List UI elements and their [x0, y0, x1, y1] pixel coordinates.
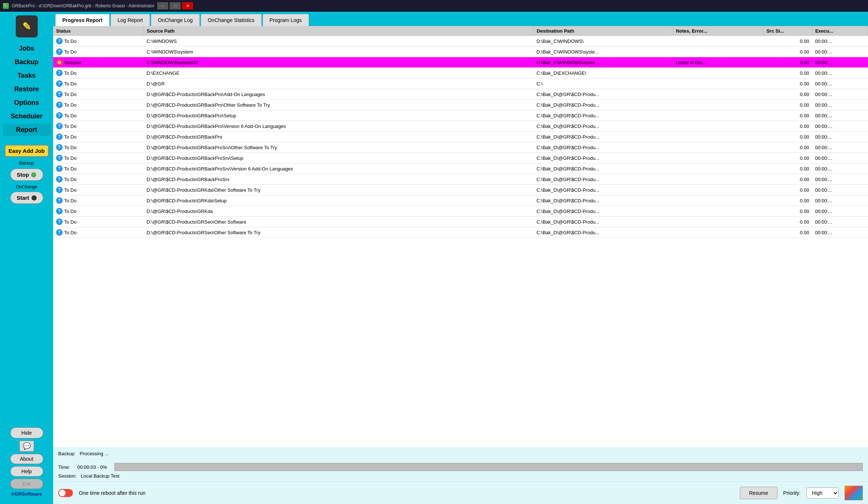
header-notes: Notes, Error...: [673, 26, 763, 36]
source-path: D:\@GR\$CD-Products\GRBackProSrv\Other S…: [144, 142, 533, 153]
execution-time: 00:00:...: [812, 78, 868, 89]
dest-path: D:\Bak_C\WINDOWS\syste...: [533, 57, 673, 68]
table-row: ?To DoD:\@GR\$CD-Products\GRBackPro\Setu…: [53, 110, 868, 121]
table-body: ?To DoC:\WINDOWSD:\Bak_C\WINDOWS\0.0000:…: [53, 36, 868, 239]
source-path: C:\WINDOWS\system32: [144, 57, 533, 68]
sidebar-item-scheduler[interactable]: Scheduler: [3, 110, 51, 122]
tab-log-report[interactable]: Log Report: [111, 14, 150, 26]
dest-path: C:\Bak_D\EXCHANGE\: [533, 68, 673, 78]
status-text: To Do: [64, 113, 77, 118]
progress-area: Time: 00:00:03 - 0% Session: Local Backu…: [53, 461, 868, 482]
status-text: To Do: [64, 145, 77, 150]
todo-icon: ?: [56, 70, 63, 76]
about-button[interactable]: About: [10, 454, 43, 464]
dest-path: C:\Bak_D\@GR\$CD-Produ...: [533, 100, 673, 110]
todo-icon: ?: [56, 38, 63, 44]
todo-icon: ?: [56, 144, 63, 151]
table-row: ?To DoD:\@GR\$CD-Products\GRSeo\Other So…: [53, 227, 868, 238]
table-row: ?To DoD:\EXCHANGEC:\Bak_D\EXCHANGE\0.000…: [53, 68, 868, 78]
execution-time: 00:00:...: [812, 36, 868, 47]
src-size: 0.00: [763, 238, 812, 239]
todo-icon: ?: [56, 80, 63, 87]
table-row: ?To DoD:\@GR\$CD-Products\GRBackProSrv\V…: [53, 163, 868, 174]
dest-path: D:\Bak_C\WINDOWS\: [533, 36, 673, 47]
todo-icon: ?: [56, 123, 63, 129]
src-size: 0.00: [763, 100, 812, 110]
header-dest: Destination Path: [533, 26, 673, 36]
reboot-toggle[interactable]: [58, 489, 73, 497]
status-text: To Do: [64, 155, 77, 161]
backup-label: Backup:: [58, 451, 75, 456]
notes: [673, 153, 763, 163]
window-controls: ─ □ ✕: [157, 2, 193, 10]
notes: [673, 100, 763, 110]
todo-icon: ?: [56, 102, 63, 108]
todo-icon: ?: [56, 48, 63, 55]
dest-path: C:\Bak_D\@GR\$CD-Produ...: [533, 89, 673, 100]
source-path: D:\EXCHANGE: [144, 68, 533, 78]
src-size: 0.00: [763, 47, 812, 57]
sidebar-item-backup[interactable]: Backup: [3, 56, 51, 68]
todo-icon: ?: [56, 187, 63, 193]
notes: [673, 121, 763, 132]
execution-time: 00:00:...: [812, 100, 868, 110]
status-text: To Do: [64, 92, 77, 97]
sidebar-item-options[interactable]: Options: [3, 97, 51, 109]
sidebar-item-restore[interactable]: Restore: [3, 83, 51, 95]
skipped-icon: ⊖: [56, 59, 63, 66]
table-row: ?To DoD:\@GR\$CD-Products\GRSeoC:\Bak_D\…: [53, 238, 868, 239]
stop-button[interactable]: Stop: [10, 169, 43, 181]
status-text: To Do: [64, 102, 77, 108]
tab-bar: Progress Report Log Report OnChange Log …: [53, 12, 868, 26]
dest-path: C:\Bak_D\@GR\$CD-Produ...: [533, 217, 673, 227]
notes: [673, 185, 763, 195]
table-row: ⊖SkippedC:\WINDOWS\system32D:\Bak_C\WIND…: [53, 57, 868, 68]
dest-path: D:\Bak_C\WINDOWS\syste...: [533, 47, 673, 57]
todo-icon: ?: [56, 176, 63, 183]
easy-add-job-button[interactable]: Easy Add Job: [5, 145, 49, 157]
sidebar-item-tasks[interactable]: Tasks: [3, 70, 51, 82]
notes: [673, 132, 763, 142]
table-row: ?To DoC:\WINDOWSD:\Bak_C\WINDOWS\0.0000:…: [53, 36, 868, 47]
dest-path: C:\Bak_D\@GR\$CD-Produ...: [533, 163, 673, 174]
app-thumbnail: [845, 486, 863, 500]
dest-path: C:\Bak_D\@GR\$CD-Produ...: [533, 238, 673, 239]
table-row: ?To DoD:\@GR\$CD-Products\GRSeo\Other So…: [53, 217, 868, 227]
hide-button[interactable]: Hide: [10, 427, 43, 438]
tab-progress-report[interactable]: Progress Report: [55, 14, 110, 26]
time-value: 00:00:03 - 0%: [77, 464, 107, 470]
help-button[interactable]: Help: [10, 466, 43, 477]
execution-time: 00:00:...: [812, 153, 868, 163]
source-path: D:\@GR\$CD-Products\GRSeo\Other Software…: [144, 227, 533, 238]
tab-onchange-log[interactable]: OnChange Log: [151, 14, 200, 26]
maximize-button[interactable]: □: [170, 2, 181, 10]
execution-time: 00:00:...: [812, 142, 868, 153]
session-line: Session: Local Backup Test: [58, 473, 863, 479]
execution-time: 00:00:...: [812, 163, 868, 174]
todo-icon: ?: [56, 112, 63, 119]
src-size: 0.00: [763, 142, 812, 153]
execution-time: 00:00:...: [812, 68, 868, 78]
table-row: ?To DoD:\@GR\$CD-Products\GRBackProC:\Ba…: [53, 132, 868, 142]
table-scroll-area[interactable]: Status Source Path Destination Path Note…: [53, 26, 868, 239]
table-row: ?To DoD:\@GR\$CD-Products\GRBackPro\Vers…: [53, 121, 868, 132]
todo-icon: ?: [56, 91, 63, 98]
src-size: 0.00: [763, 36, 812, 47]
table-row: ?To DoD:\@GR\$CD-Products\GRKdaC:\Bak_D\…: [53, 206, 868, 217]
source-path: D:\@GR\$CD-Products\GRBackProSrv\Version…: [144, 163, 533, 174]
start-button[interactable]: Start: [10, 192, 43, 204]
source-path: D:\@GR\$CD-Products\GRBackPro\Setup: [144, 110, 533, 121]
sidebar-item-report[interactable]: Report: [3, 124, 51, 136]
tab-onchange-statistics[interactable]: OnChange Statistics: [201, 14, 262, 26]
close-button[interactable]: ✕: [182, 2, 193, 10]
bottom-bar: One time reboot after this run Resume Pr…: [53, 482, 868, 504]
resume-button[interactable]: Resume: [740, 487, 777, 499]
minimize-button[interactable]: ─: [157, 2, 168, 10]
chat-icon-button[interactable]: 💬: [19, 441, 34, 452]
status-text: To Do: [64, 187, 77, 193]
priority-select[interactable]: HighNormalLowIdle: [806, 488, 839, 499]
sidebar-item-jobs[interactable]: Jobs: [3, 43, 51, 55]
exit-button[interactable]: Exit: [10, 479, 43, 489]
execution-time: 00:00:...: [812, 174, 868, 185]
tab-program-logs[interactable]: Program Logs: [263, 14, 309, 26]
